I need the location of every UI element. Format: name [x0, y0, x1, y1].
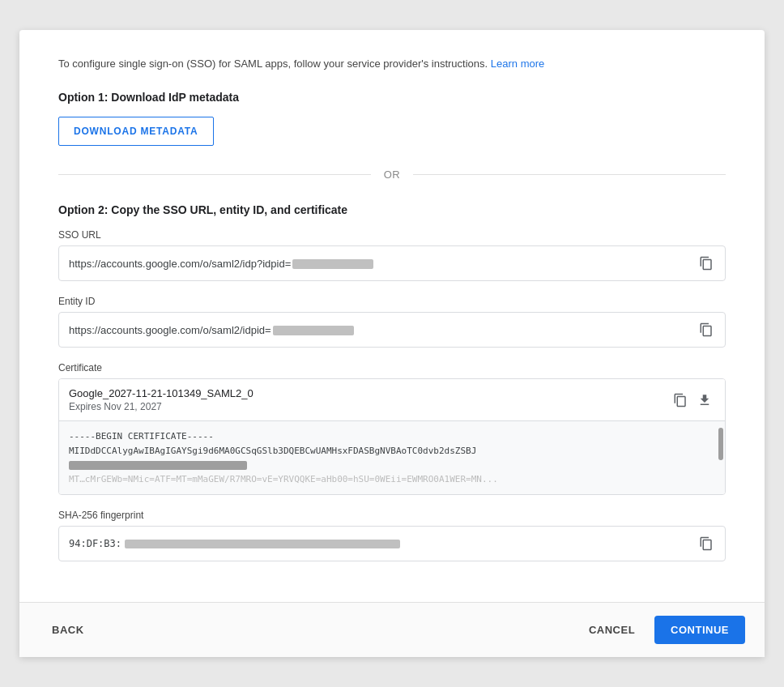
or-divider: OR — [58, 169, 726, 181]
sso-url-label: SSO URL — [58, 229, 726, 241]
cert-content: -----BEGIN CERTIFICATE----- MIIDdDCCAlyg… — [59, 421, 725, 494]
entity-id-group: Entity ID https://accounts.google.com/o/… — [58, 296, 726, 348]
entity-id-label: Entity ID — [58, 296, 726, 307]
sso-url-redacted — [292, 259, 373, 269]
sha256-copy-button[interactable] — [696, 533, 717, 554]
back-button[interactable]: BACK — [39, 616, 97, 644]
entity-id-redacted — [273, 326, 354, 335]
cert-line2 — [69, 458, 715, 472]
sha256-value: 94:DF:B3: — [69, 538, 696, 549]
entity-id-value: https://accounts.google.com/o/saml2/idpi… — [69, 324, 696, 336]
sso-url-field: https://accounts.google.com/o/saml2/idp?… — [58, 245, 726, 281]
cert-name: Google_2027-11-21-101349_SAML2_0 — [69, 387, 670, 399]
sso-url-group: SSO URL https://accounts.google.com/o/sa… — [58, 229, 726, 281]
download-metadata-button[interactable]: DOWNLOAD METADATA — [58, 117, 214, 146]
certificate-label: Certificate — [58, 362, 726, 373]
option2-section: Option 2: Copy the SSO URL, entity ID, a… — [58, 203, 726, 561]
cert-scrollbar[interactable] — [718, 428, 723, 460]
option2-title: Option 2: Copy the SSO URL, entity ID, a… — [58, 203, 726, 216]
certificate-group: Certificate Google_2027-11-21-101349_SAM… — [58, 362, 726, 495]
cert-line1: MIIDdDCCAlygAwIBAgIGAYSgi9d6MA0GCSqGSlb3… — [69, 444, 715, 459]
cert-expires: Expires Nov 21, 2027 — [69, 401, 670, 412]
dialog-body: To configure single sign-on (SSO) for SA… — [19, 30, 765, 603]
intro-text: To configure single sign-on (SSO) for SA… — [58, 56, 726, 72]
dialog: To configure single sign-on (SSO) for SA… — [19, 30, 765, 658]
entity-id-field: https://accounts.google.com/o/saml2/idpi… — [58, 312, 726, 348]
cert-header-info: Google_2027-11-21-101349_SAML2_0 Expires… — [69, 387, 670, 412]
cert-copy-button[interactable] — [670, 390, 691, 411]
option1-section: Option 1: Download IdP metadata DOWNLOAD… — [58, 91, 726, 146]
dialog-footer: BACK CANCEL CONTINUE — [19, 602, 765, 657]
certificate-box: Google_2027-11-21-101349_SAML2_0 Expires… — [58, 378, 726, 495]
sha256-group: SHA-256 fingerprint 94:DF:B3: — [58, 510, 726, 561]
cert-header: Google_2027-11-21-101349_SAML2_0 Expires… — [59, 379, 725, 421]
cancel-button[interactable]: CANCEL — [576, 616, 648, 644]
continue-button[interactable]: CONTINUE — [654, 616, 745, 644]
learn-more-link[interactable]: Learn more — [491, 58, 544, 70]
cert-download-button[interactable] — [694, 390, 715, 411]
sso-url-value: https://accounts.google.com/o/saml2/idp?… — [69, 258, 696, 270]
entity-id-copy-button[interactable] — [696, 319, 717, 340]
cert-begin-line: -----BEGIN CERTIFICATE----- — [69, 429, 715, 444]
cert-actions — [670, 390, 715, 411]
sso-url-copy-button[interactable] — [696, 253, 717, 274]
sha256-label: SHA-256 fingerprint — [58, 510, 726, 521]
sha256-field: 94:DF:B3: — [58, 526, 726, 561]
footer-right: CANCEL CONTINUE — [576, 616, 745, 644]
option1-title: Option 1: Download IdP metadata — [58, 91, 726, 104]
sha256-redacted — [125, 540, 400, 548]
cert-line3: MT…cMrGEWb=NMic=ATF=MT=mMaGEW/R7MRO=vE=Y… — [69, 472, 715, 487]
